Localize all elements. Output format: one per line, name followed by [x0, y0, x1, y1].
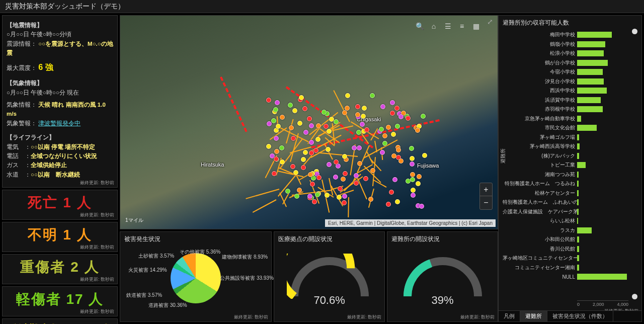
- map-pin[interactable]: [321, 110, 327, 115]
- zoom-in-button[interactable]: +: [480, 183, 492, 196]
- bar-row[interactable]: NULL: [503, 272, 637, 282]
- map-pin[interactable]: [354, 173, 359, 178]
- map-pin[interactable]: [398, 158, 404, 164]
- bar-row[interactable]: 今宿小学校: [503, 67, 637, 77]
- bar-row[interactable]: コミュニティセンター湘南: [503, 263, 637, 273]
- home-icon[interactable]: ⌂: [429, 22, 438, 31]
- map-pin[interactable]: [279, 145, 284, 150]
- map-pin[interactable]: [396, 147, 401, 152]
- map-pin[interactable]: [309, 123, 314, 128]
- tab-damage[interactable]: 被害発生状況（件数）: [547, 311, 613, 321]
- map-pin[interactable]: [416, 181, 421, 186]
- map-pin[interactable]: [275, 100, 280, 105]
- map-pin[interactable]: [334, 119, 339, 124]
- basemap-icon[interactable]: ▦: [471, 22, 480, 31]
- map-pin[interactable]: [266, 98, 271, 103]
- map-pin[interactable]: [307, 116, 312, 121]
- bar-row[interactable]: 特別養護老人ホーム つるみね: [503, 179, 637, 189]
- map-pin[interactable]: [422, 153, 427, 158]
- map-pin[interactable]: [341, 177, 346, 182]
- bar-row[interactable]: (株)アルバック: [503, 151, 637, 161]
- map-pin[interactable]: [303, 150, 308, 155]
- map-pin[interactable]: [342, 194, 347, 199]
- map-pin[interactable]: [343, 171, 348, 176]
- map-pin[interactable]: [382, 133, 387, 138]
- map-pin[interactable]: [342, 200, 347, 205]
- map-pin[interactable]: [395, 199, 400, 204]
- map-pin[interactable]: [406, 116, 411, 121]
- map-pin[interactable]: [309, 140, 314, 145]
- bar-row[interactable]: 市民文化会館: [503, 123, 637, 133]
- map-pin[interactable]: [302, 106, 307, 111]
- bar-row[interactable]: 特別養護老人ホーム ふれあいの森: [503, 198, 637, 207]
- map-view[interactable]: ⤢ 🔍 ⌂ ☰ ≡ ▦ Hiratsuka Chigasaki Fujisawa: [120, 15, 498, 229]
- map-pin[interactable]: [345, 106, 350, 111]
- map-pin[interactable]: [290, 164, 295, 169]
- map-pin[interactable]: [316, 175, 321, 180]
- legend-icon[interactable]: ≡: [457, 22, 466, 31]
- map-pin[interactable]: [274, 128, 279, 133]
- map-pin[interactable]: [294, 194, 299, 199]
- bar-row[interactable]: 介護老人保健施設 ケアパーク茅ヶ崎: [503, 207, 637, 217]
- map-pin[interactable]: [411, 188, 416, 193]
- map-pin[interactable]: [419, 204, 424, 209]
- map-pin[interactable]: [391, 132, 396, 137]
- map-pin[interactable]: [307, 194, 312, 199]
- bar-row[interactable]: ラスカ: [503, 226, 637, 235]
- map-pin[interactable]: [370, 168, 375, 173]
- map-pin[interactable]: [392, 177, 397, 182]
- map-pin[interactable]: [380, 104, 385, 109]
- map-pin[interactable]: [370, 93, 375, 98]
- map-pin[interactable]: [361, 114, 366, 119]
- bar-row[interactable]: 梅田中学校: [503, 30, 637, 40]
- map-pin[interactable]: [409, 146, 414, 151]
- map-pin[interactable]: [326, 147, 331, 152]
- map-pin[interactable]: [274, 149, 279, 154]
- bar-row[interactable]: 赤羽根中学校: [503, 105, 637, 114]
- bar-row[interactable]: 香川公民館: [503, 245, 637, 254]
- map-pin[interactable]: [327, 129, 332, 134]
- map-pin[interactable]: [362, 106, 367, 111]
- map-pin[interactable]: [337, 195, 342, 200]
- tsunami-warning-link[interactable]: 津波警報発令中: [38, 120, 80, 126]
- map-pin[interactable]: [292, 108, 297, 113]
- bar-row[interactable]: らいふ松林: [503, 216, 637, 226]
- map-pin[interactable]: [410, 172, 415, 177]
- map-pin[interactable]: [289, 125, 294, 130]
- bar-row[interactable]: 松浪小学校: [503, 49, 637, 58]
- map-pin[interactable]: [301, 165, 306, 170]
- map-pin[interactable]: [271, 118, 276, 123]
- map-pin[interactable]: [368, 197, 373, 202]
- map-pin[interactable]: [410, 156, 415, 161]
- tab-legend[interactable]: 凡例: [499, 311, 520, 321]
- map-pin[interactable]: [354, 181, 359, 186]
- expand-icon[interactable]: ⤢: [486, 18, 495, 27]
- map-pin[interactable]: [380, 150, 385, 155]
- bar-row[interactable]: 茅ヶ崎ゴルフ場: [503, 133, 637, 142]
- bar-row[interactable]: 京急茅ヶ崎自動車学校: [503, 114, 637, 124]
- bar-row[interactable]: トピー工業: [503, 160, 637, 170]
- map-pin[interactable]: [312, 199, 317, 204]
- map-pin[interactable]: [324, 124, 329, 129]
- bar-row[interactable]: 小和田公民館: [503, 235, 637, 245]
- zoom-out-button[interactable]: −: [480, 196, 492, 209]
- bar-row[interactable]: 湘南つつみ苑: [503, 170, 637, 180]
- map-pin[interactable]: [356, 130, 361, 135]
- map-pin[interactable]: [303, 130, 308, 135]
- map-pin[interactable]: [355, 104, 360, 109]
- map-pin[interactable]: [357, 145, 362, 150]
- search-icon[interactable]: 🔍: [415, 22, 424, 31]
- map-pin[interactable]: [342, 110, 347, 115]
- map-pin[interactable]: [410, 177, 415, 182]
- map-pin[interactable]: [410, 161, 415, 167]
- map-pin[interactable]: [272, 171, 277, 176]
- map-pin[interactable]: [313, 148, 318, 153]
- map-pin[interactable]: [390, 111, 395, 116]
- map-pin[interactable]: [338, 186, 343, 191]
- map-pin[interactable]: [273, 107, 278, 112]
- map-pin[interactable]: [386, 202, 391, 207]
- map-pin[interactable]: [390, 100, 395, 105]
- map-pin[interactable]: [394, 106, 399, 111]
- map-pin[interactable]: [357, 161, 362, 166]
- map-pin[interactable]: [398, 114, 404, 119]
